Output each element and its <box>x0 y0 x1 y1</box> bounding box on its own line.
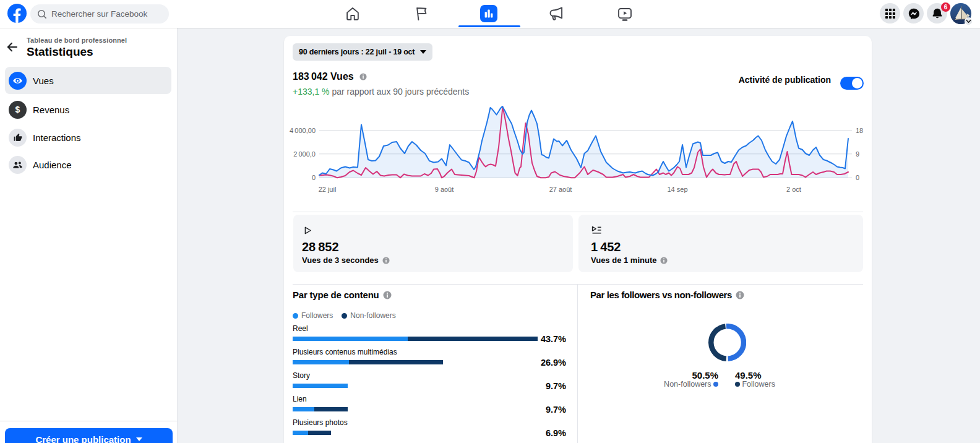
svg-text:0: 0 <box>856 174 859 181</box>
svg-text:22 juil: 22 juil <box>319 186 337 193</box>
svg-text:27 août: 27 août <box>549 186 572 193</box>
svg-text:2 000,0: 2 000,0 <box>293 150 316 158</box>
svg-text:4 000,00: 4 000,00 <box>290 127 316 134</box>
svg-text:18: 18 <box>856 127 863 134</box>
svg-text:9: 9 <box>856 150 859 158</box>
svg-text:2 oct: 2 oct <box>786 186 801 193</box>
svg-text:9 août: 9 août <box>435 186 454 193</box>
svg-text:0: 0 <box>312 174 316 181</box>
svg-text:14 sep: 14 sep <box>667 186 687 193</box>
